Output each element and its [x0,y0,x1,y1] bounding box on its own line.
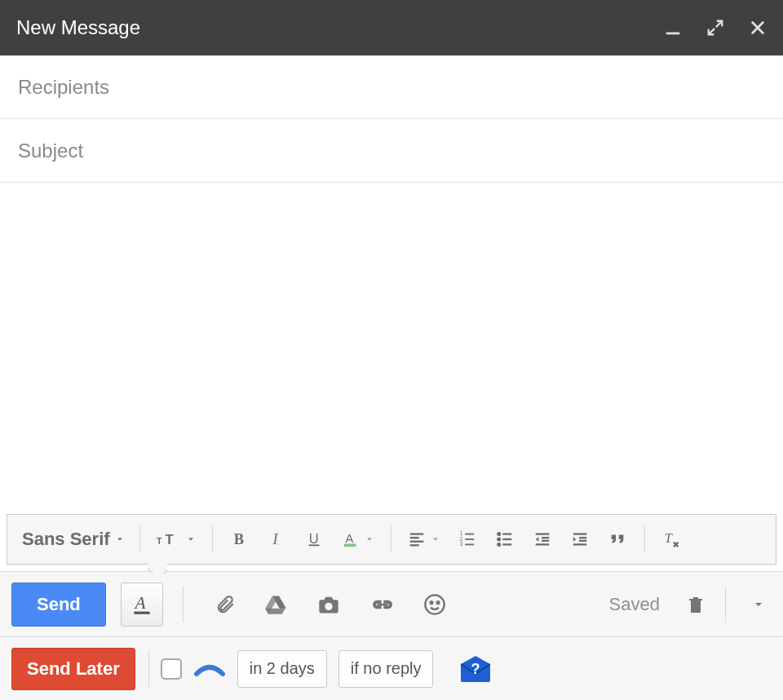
separator [183,587,184,622]
subject-row[interactable] [0,119,783,183]
font-family-label: Sans Serif [22,529,110,550]
link-icon[interactable] [369,596,396,613]
minimize-icon[interactable] [664,19,682,37]
chevron-down-icon [431,534,440,544]
svg-rect-8 [343,544,356,547]
photo-icon[interactable] [316,593,342,616]
formatting-toolbar-wrap: Sans Serif T T B I U A [0,514,783,571]
drive-icon[interactable] [263,593,288,616]
svg-point-13 [498,538,500,541]
more-options-icon[interactable] [745,598,772,611]
bulleted-list-button[interactable] [489,523,520,556]
indent-more-button[interactable] [564,523,595,556]
underline-button[interactable]: U [299,523,330,556]
separator [212,525,213,553]
svg-text:B: B [233,531,243,547]
send-later-time-chip[interactable]: in 2 days [237,650,327,688]
svg-rect-19 [377,603,387,605]
svg-text:I: I [272,531,278,547]
svg-point-18 [325,602,332,609]
chevron-down-icon [115,534,125,544]
svg-point-20 [425,595,444,614]
separator [391,525,392,553]
action-bar: Send A Saved [0,571,783,636]
formatting-icon: A [131,592,153,617]
font-size-select[interactable]: T T [152,523,201,556]
svg-text:T: T [157,536,162,546]
svg-rect-6 [308,544,319,546]
titlebar: New Message [0,0,783,55]
remove-formatting-button[interactable]: T [657,523,688,556]
separator [725,587,726,622]
attachment-icons [215,592,446,617]
svg-text:3: 3 [459,541,462,547]
svg-text:?: ? [471,661,480,677]
separator [644,525,645,553]
bold-button[interactable]: B [224,523,255,556]
svg-text:A: A [133,593,146,613]
svg-text:U: U [308,531,318,546]
italic-button[interactable]: I [262,523,293,556]
subject-input[interactable] [16,139,767,163]
boomerang-icon [193,659,226,679]
indent-less-button[interactable] [527,523,558,556]
numbered-list-button[interactable]: 123 [452,523,483,556]
send-later-checkbox[interactable] [161,658,182,680]
toolbar-pointer [148,564,167,574]
chevron-down-icon [186,534,196,544]
svg-point-22 [436,601,439,604]
svg-text:T: T [664,530,673,546]
send-later-condition-chip[interactable]: if no reply [338,650,434,688]
svg-text:A: A [345,532,353,545]
svg-point-21 [430,601,432,604]
saved-status: Saved [609,594,660,615]
recipients-input[interactable] [16,75,767,100]
svg-rect-17 [134,611,149,614]
svg-point-12 [498,533,500,535]
align-button[interactable] [403,523,445,556]
emoji-icon[interactable] [423,593,446,616]
expand-icon[interactable] [706,19,724,37]
help-envelope-icon[interactable]: ? [459,654,492,684]
send-later-button[interactable]: Send Later [11,648,135,690]
send-later-bar: Send Later in 2 days if no reply ? [0,636,783,700]
svg-point-14 [498,543,500,546]
svg-text:T: T [165,532,173,547]
compose-window: New Message [0,0,783,700]
message-body[interactable] [0,183,783,514]
svg-rect-0 [666,33,680,35]
font-family-select[interactable]: Sans Serif [17,523,128,556]
close-icon[interactable] [749,19,767,37]
send-button[interactable]: Send [11,583,106,627]
window-controls [664,19,767,37]
send-later-controls: in 2 days if no reply [148,650,434,688]
discard-icon[interactable] [686,593,706,616]
separator [139,525,140,553]
formatting-toggle-button[interactable]: A [121,583,163,627]
text-color-button[interactable]: A [337,523,379,556]
chevron-down-icon [365,534,374,544]
formatting-toolbar: Sans Serif T T B I U A [7,514,776,565]
attach-file-icon[interactable] [215,592,236,617]
quote-button[interactable] [602,523,633,556]
window-title: New Message [16,16,664,39]
recipients-row[interactable] [0,55,783,119]
